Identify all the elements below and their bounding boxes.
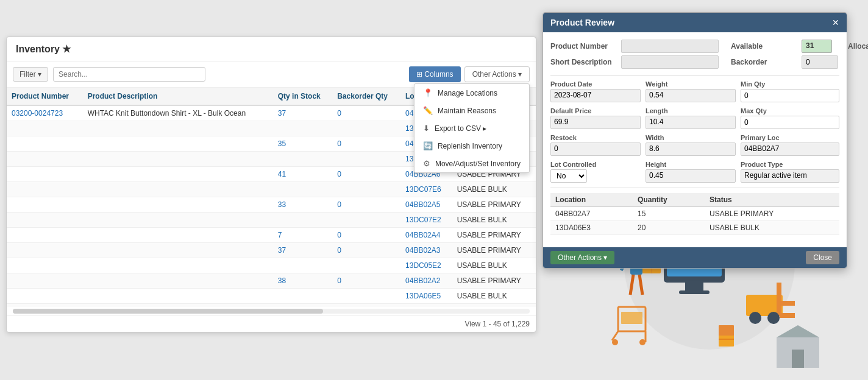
table-row[interactable]: 7004BB02A4USABLE PRIMARY bbox=[7, 228, 536, 243]
columns-button[interactable]: ⊞ Columns bbox=[409, 66, 461, 82]
modal-top-row: Product Number Short Description Availab… bbox=[550, 40, 839, 69]
table-cell: 7 bbox=[273, 228, 332, 243]
table-row[interactable]: 13DC05E2USABLE BULK bbox=[7, 258, 536, 273]
product-number-label: Product Number bbox=[550, 42, 617, 51]
default-price-value: 69.9 bbox=[550, 116, 641, 129]
weight-value: 0.54 bbox=[646, 89, 736, 102]
lot-controlled-label: Lot Controlled bbox=[550, 161, 641, 168]
svg-rect-13 bbox=[679, 290, 710, 294]
table-cell: 13DC07E6 bbox=[400, 182, 452, 197]
table-cell bbox=[7, 228, 83, 243]
dropdown-maintain-reasons[interactable]: ✏️ Maintain Reasons bbox=[414, 102, 529, 119]
backorder-label: Backorder bbox=[731, 58, 798, 66]
col-backorder[interactable]: Backorder Qty bbox=[332, 88, 400, 105]
table-cell: 0 bbox=[332, 105, 400, 121]
modal-right-col: Available 31 Allocated Backorder bbox=[731, 40, 868, 69]
table-cell bbox=[7, 213, 83, 228]
table-row[interactable]: 37004BB02A3USABLE PRIMARY bbox=[7, 243, 536, 258]
dropdown-export-csv[interactable]: ⬇ Export to CSV ▸ bbox=[414, 119, 529, 137]
table-row[interactable]: 13DC07E6USABLE BULK bbox=[7, 182, 536, 197]
dropdown-replenish-inventory[interactable]: 🔄 Replenish Inventory bbox=[414, 137, 529, 155]
table-cell bbox=[273, 121, 332, 136]
table-cell: USABLE BULK bbox=[452, 182, 536, 197]
dropdown-item-label: Manage Locations bbox=[438, 89, 497, 97]
primary-loc-label: Primary Loc bbox=[741, 134, 839, 141]
product-date-field: Product Date 2023-08-07 bbox=[550, 80, 641, 102]
max-qty-input[interactable] bbox=[741, 116, 839, 129]
table-cell: 0 bbox=[332, 228, 400, 243]
actions-dropdown: 📍 Manage Locations ✏️ Maintain Reasons ⬇… bbox=[414, 83, 530, 173]
horizontal-scrollbar[interactable] bbox=[7, 307, 536, 315]
modal-close-x-button[interactable]: ✕ bbox=[832, 18, 839, 27]
table-cell: USABLE BULK bbox=[452, 213, 536, 228]
table-cell bbox=[7, 273, 83, 289]
toolbar-left: Filter ▾ bbox=[13, 67, 205, 82]
modal-left-col: Product Number Short Description bbox=[550, 40, 719, 69]
svg-rect-20 bbox=[780, 301, 795, 306]
length-label: Length bbox=[646, 107, 736, 114]
other-actions-button[interactable]: Other Actions ▾ bbox=[464, 66, 530, 82]
weight-label: Weight bbox=[646, 80, 736, 88]
product-type-label: Product Type bbox=[741, 161, 839, 168]
table-cell bbox=[83, 121, 273, 136]
table-cell bbox=[7, 243, 83, 258]
table-cell bbox=[83, 273, 273, 289]
modal-close-button[interactable]: Close bbox=[806, 251, 839, 264]
length-value: 10.4 bbox=[646, 116, 736, 129]
available-value: 31 bbox=[802, 40, 832, 53]
min-qty-input[interactable] bbox=[741, 89, 839, 102]
table-cell bbox=[7, 182, 83, 197]
table-row[interactable]: 13DA06E5USABLE BULK bbox=[7, 289, 536, 304]
table-cell: 38 bbox=[273, 273, 332, 289]
table-cell bbox=[273, 182, 332, 197]
product-number-input[interactable] bbox=[621, 40, 719, 53]
product-type-field: Product Type Regular active item bbox=[741, 161, 839, 183]
default-price-label: Default Price bbox=[550, 107, 641, 114]
table-footer: View 1 - 45 of 1,229 bbox=[7, 315, 536, 332]
toolbar: Filter ▾ ⊞ Columns Other Actions ▾ 📍 Man… bbox=[7, 62, 536, 88]
allocated-label: Allocated bbox=[848, 42, 868, 51]
dropdown-manage-locations[interactable]: 📍 Manage Locations bbox=[414, 84, 529, 102]
col-qty[interactable]: Qty in Stock bbox=[273, 88, 332, 105]
export-icon: ⬇ bbox=[423, 124, 430, 133]
table-cell bbox=[332, 289, 400, 304]
table-cell: USABLE BULK bbox=[452, 289, 536, 304]
inventory-header: Inventory ★ bbox=[7, 37, 536, 62]
min-qty-field: Min Qty bbox=[741, 80, 839, 102]
search-input[interactable] bbox=[53, 67, 205, 82]
modal-other-actions-button[interactable]: Other Actions ▾ bbox=[550, 251, 614, 264]
available-label: Available bbox=[731, 42, 798, 51]
product-number-row: Product Number bbox=[550, 40, 719, 53]
table-cell bbox=[7, 197, 83, 213]
table-cell bbox=[273, 258, 332, 273]
table-row[interactable]: 13DC07E2USABLE BULK bbox=[7, 213, 536, 228]
table-cell bbox=[83, 289, 273, 304]
svg-rect-21 bbox=[780, 313, 795, 318]
restock-label: Restock bbox=[550, 134, 641, 141]
location-table: Location Quantity Status 04BB02A715USABL… bbox=[550, 193, 839, 235]
table-cell bbox=[7, 167, 83, 182]
short-description-label: Short Description bbox=[550, 58, 617, 66]
height-value: 0.45 bbox=[646, 169, 736, 183]
table-cell: 13DC07E2 bbox=[400, 213, 452, 228]
modal-fields-grid: Product Date 2023-08-07 Weight 0.54 Min … bbox=[550, 80, 839, 183]
backorder-input[interactable] bbox=[802, 55, 838, 69]
product-date-label: Product Date bbox=[550, 80, 641, 88]
table-cell bbox=[332, 152, 400, 167]
short-description-input[interactable] bbox=[621, 55, 719, 69]
dropdown-move-adjust[interactable]: ⚙ Move/Adjust/Set Inventory bbox=[414, 155, 529, 172]
filter-button[interactable]: Filter ▾ bbox=[13, 67, 48, 82]
table-cell: 04BB02A4 bbox=[400, 228, 452, 243]
table-cell: 13DC05E2 bbox=[400, 258, 452, 273]
table-row[interactable]: 33004BB02A5USABLE PRIMARY bbox=[7, 197, 536, 213]
table-cell bbox=[273, 152, 332, 167]
toolbar-right: ⊞ Columns Other Actions ▾ 📍 Manage Locat… bbox=[409, 66, 530, 82]
table-cell: 41 bbox=[273, 167, 332, 182]
lot-controlled-select[interactable]: No Yes bbox=[550, 169, 587, 183]
table-cell bbox=[83, 167, 273, 182]
col-description[interactable]: Product Description bbox=[83, 88, 273, 105]
table-row[interactable]: 38004BB02A2USABLE PRIMARY bbox=[7, 273, 536, 289]
location-row: 04BB02A715USABLE PRIMARY bbox=[550, 207, 839, 221]
table-cell: 35 bbox=[273, 136, 332, 152]
col-product-number[interactable]: Product Number bbox=[7, 88, 83, 105]
